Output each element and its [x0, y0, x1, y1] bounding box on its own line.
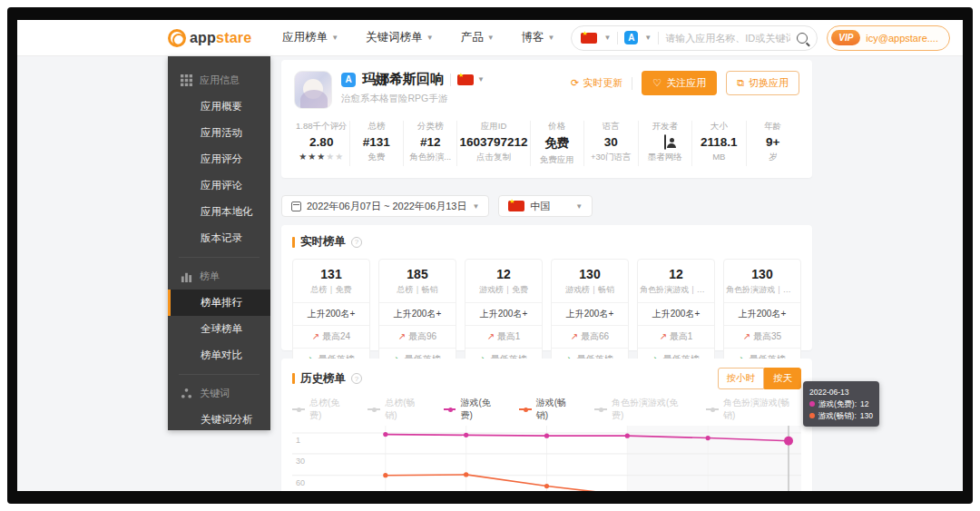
history-rankings-card: 历史榜单 ? 按小时 按天 总榜(免费)总榜(畅销)游戏(免费)游戏(畅销)角色…	[281, 359, 812, 491]
sidebar-item-app-overview[interactable]: 应用概要	[168, 93, 270, 120]
person-icon	[664, 134, 666, 150]
copy-app-id[interactable]: 点击复制	[459, 152, 527, 163]
grid-icon	[181, 74, 192, 86]
rank-cell-rpg-grossing: 130角色扮演游戏｜畅销 上升200名+ ↗ 最高35 ↘ 最低落榜	[723, 259, 801, 371]
nodes-icon	[181, 388, 192, 399]
section-title-app-info: 应用信息	[200, 74, 240, 87]
stat-size: 大小 2118.1 MB	[691, 121, 745, 166]
realtime-update-button[interactable]: ⟳实时更新	[571, 76, 622, 90]
legend-item[interactable]: 游戏(畅销)	[519, 397, 578, 422]
page: appstare 应用榜单▼ 关键词榜单▼ 产品▼ 博客▼ ▼ A▼ VIP i…	[17, 20, 963, 491]
legend-item[interactable]: 角色扮演游戏(免费)	[594, 397, 690, 422]
trend-up-icon: ↗	[660, 331, 667, 341]
rank-cell-games-grossing: 130游戏榜｜畅销 上升200名+ ↗ 最高66 ↘ 最低落榜	[551, 259, 629, 371]
menu-app-rankings[interactable]: 应用榜单▼	[282, 30, 338, 45]
info-icon[interactable]: ?	[351, 237, 362, 248]
app-stats-row: 1.88千个评分 2.80 ★★★★★ 总榜 #131 免费 分类榜 #12 角…	[294, 121, 799, 166]
rank-cell-games-free: 12游戏榜｜免费 上升200名+ ↗ 最高1 ↘ 最低落榜	[465, 259, 543, 371]
search-icon[interactable]	[797, 33, 808, 44]
chevron-down-icon: ▼	[575, 202, 583, 211]
tooltip-row: 游戏(免费):12	[809, 398, 873, 410]
search-bar: ▼ A▼	[571, 25, 818, 51]
svg-text:30: 30	[296, 457, 305, 466]
trend-up-icon: ↗	[398, 331, 406, 341]
realtime-grid: 131总榜｜免费 上升200名+ ↗ 最高24 ↘ 最低落榜 185总榜｜畅销 …	[292, 259, 801, 371]
sidebar-item-app-rating[interactable]: 应用评分	[168, 146, 270, 172]
calendar-icon	[291, 201, 301, 211]
menu-products[interactable]: 产品▼	[461, 30, 495, 45]
stat-overall-rank: 总榜 #131 免费	[349, 121, 403, 166]
chevron-down-icon: ▼	[548, 34, 555, 42]
info-icon[interactable]: ?	[351, 373, 362, 384]
divider	[179, 257, 260, 258]
refresh-icon: ⟳	[571, 77, 579, 89]
granularity-toggle: 按小时 按天	[718, 368, 802, 389]
legend-marker-icon	[368, 408, 380, 410]
toggle-by-hour[interactable]: 按小时	[718, 368, 765, 389]
chevron-down-icon: ▼	[487, 34, 495, 42]
legend-marker-icon	[706, 408, 719, 410]
account-email: icy@appstare....	[866, 33, 938, 44]
country-flag-icon	[457, 74, 474, 85]
sidebar-item-version-history[interactable]: 版本记录	[168, 225, 270, 251]
follow-app-button[interactable]: ♡关注应用	[642, 71, 717, 95]
stat-age: 年龄 9+ 岁	[746, 121, 799, 166]
country-flag-icon	[508, 201, 524, 211]
appstare-logo[interactable]: appstare	[168, 29, 251, 47]
tooltip-date: 2022-06-13	[809, 387, 873, 398]
line-chart-svg: 130609012006-0706-0806-0906-1006-1106-12…	[292, 426, 801, 491]
country-flag-icon[interactable]	[581, 33, 597, 44]
toggle-by-day[interactable]: 按天	[764, 368, 801, 389]
rank-cell-total-grossing: 185总榜｜畅销 上升200名+ ↗ 最高96 ↘ 最低落榜	[378, 259, 456, 371]
chevron-down-icon[interactable]: ▼	[603, 34, 611, 42]
country-select[interactable]: 中国 ▼	[498, 195, 593, 217]
realtime-rankings-title: 实时榜单	[300, 234, 346, 250]
menu-keyword-rankings[interactable]: 关键词榜单▼	[366, 30, 433, 45]
stat-app-id: 应用ID 1603797212 点击复制	[456, 121, 529, 166]
sidebar-item-ranking-list[interactable]: 榜单排行	[168, 290, 270, 316]
svg-text:1: 1	[296, 436, 300, 445]
stat-developer: 开发者 墨者网络	[638, 121, 691, 166]
stat-languages: 语言 30 +30门语言	[583, 121, 637, 166]
trend-up-icon: ↗	[487, 331, 495, 341]
trend-up-icon: ↗	[571, 331, 578, 341]
legend-item[interactable]: 游戏(免费)	[444, 397, 503, 422]
legend-marker-icon	[594, 408, 607, 410]
legend-marker-icon	[444, 408, 456, 410]
sidebar-item-app-localization[interactable]: 应用本地化	[168, 199, 270, 225]
divider	[179, 374, 260, 375]
date-range-picker[interactable]: 2022年06月07日 ~ 2022年06月13日 ▼	[281, 195, 489, 217]
legend-marker-icon	[519, 408, 532, 410]
logo-text-stare: stare	[216, 30, 251, 45]
svg-text:60: 60	[296, 478, 305, 487]
menu-blog[interactable]: 博客▼	[522, 30, 555, 45]
history-chart[interactable]: 130609012006-0706-0806-0906-1006-1106-12…	[292, 426, 801, 491]
account-button[interactable]: VIP icy@appstare....	[827, 25, 950, 51]
stat-category-rank: 分类榜 #12 角色扮演...	[403, 121, 456, 166]
sidebar-item-keyword-analysis[interactable]: 关键词分析	[168, 407, 270, 430]
chevron-down-icon: ▼	[472, 202, 479, 211]
legend-item[interactable]: 总榜(免费)	[292, 397, 351, 422]
rank-cell-rpg-free: 12角色扮演游戏｜免费 上升200名+ ↗ 最高1 ↘ 最低落榜	[637, 259, 715, 371]
legend-item[interactable]: 总榜(畅销)	[368, 397, 426, 422]
chevron-down-icon: ▼	[426, 34, 434, 42]
tooltip-row: 游戏(畅销):130	[809, 410, 873, 422]
chart-tooltip: 2022-06-13 游戏(免费):12 游戏(畅销):130	[803, 381, 879, 427]
sidebar-item-ranking-compare[interactable]: 榜单对比	[168, 342, 270, 369]
realtime-rankings-card: 实时榜单 ? 131总榜｜免费 上升200名+ ↗ 最高24 ↘ 最低落榜 18…	[281, 225, 812, 350]
bar-chart-icon	[181, 270, 192, 282]
switch-app-button[interactable]: ⧉切换应用	[726, 71, 799, 95]
sidebar-item-app-activity[interactable]: 应用活动	[168, 120, 270, 146]
app-country-selector[interactable]: ▼	[457, 74, 485, 85]
appstore-icon[interactable]: A	[624, 31, 638, 44]
app-title: 玛娜希斯回响	[362, 71, 444, 88]
sidebar-item-app-reviews[interactable]: 应用评论	[168, 172, 270, 199]
legend-item[interactable]: 角色扮演游戏(畅销)	[706, 397, 801, 422]
chevron-down-icon: ▼	[331, 34, 338, 42]
trend-up-icon: ↗	[312, 331, 319, 341]
series-dot	[809, 401, 815, 407]
chevron-down-icon[interactable]: ▼	[644, 34, 652, 42]
main-menu: 应用榜单▼ 关键词榜单▼ 产品▼ 博客▼	[282, 30, 554, 45]
sidebar-item-global-rankings[interactable]: 全球榜单	[168, 316, 270, 342]
search-input[interactable]	[665, 33, 790, 44]
